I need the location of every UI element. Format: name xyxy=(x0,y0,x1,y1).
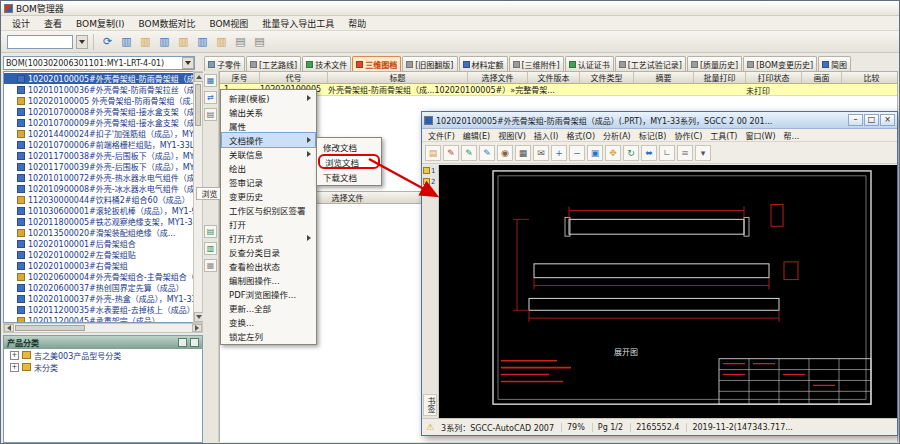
context-menu-item[interactable]: 关联信息 xyxy=(222,147,315,161)
cad-menu-item[interactable]: 编辑(E) xyxy=(459,130,494,141)
zoom-in-icon[interactable]: + xyxy=(551,145,567,161)
close-icon[interactable] xyxy=(190,338,199,347)
menu-item[interactable]: 查看 xyxy=(37,16,69,31)
column-header[interactable]: 选择文件 xyxy=(468,72,528,83)
doc-info-icon[interactable]: ▦ xyxy=(204,259,217,272)
sidebar-page-item[interactable]: 2 xyxy=(422,176,438,187)
menu-item[interactable]: 批量导入导出工具 xyxy=(255,16,341,31)
menu-item[interactable]: 设计 xyxy=(5,16,37,31)
tree-item[interactable]: 102014400024#扣子'加强筋组（成品），MY1-33... xyxy=(4,128,193,139)
markup-blue-icon[interactable]: ✎ xyxy=(479,145,495,161)
view-dropdown-icon[interactable]: ▾ xyxy=(695,145,711,161)
pan-hand-icon[interactable]: ✥ xyxy=(605,145,621,161)
menu-item[interactable]: BOM复制(I) xyxy=(69,16,132,31)
context-menu-item[interactable]: 变换... xyxy=(222,315,315,329)
column-header[interactable]: 画面 xyxy=(802,72,842,83)
zoom-window-icon[interactable]: ▣ xyxy=(587,145,603,161)
copy-all-icon[interactable]: ▥ xyxy=(194,33,211,50)
expand-icon[interactable]: + xyxy=(10,363,19,372)
tree-item[interactable]: 102010700008#外壳骨架组-接水盒支架（成... xyxy=(4,106,193,117)
measure-icon[interactable]: ∟ xyxy=(659,145,675,161)
tree-item[interactable]: 102020100005 外壳骨架组-防雨骨架组（成... xyxy=(4,95,193,106)
layers-icon[interactable]: ≡ xyxy=(677,145,693,161)
product-category-item[interactable]: + 未分类 xyxy=(4,361,202,373)
cad-menu-item[interactable]: 格式(O) xyxy=(562,130,599,141)
column-header[interactable]: 文件版本 xyxy=(528,72,580,83)
tree-item[interactable]: 102020100037#外壳-热盒（成品），MY1-33系 xyxy=(4,293,193,304)
cad-menu-item[interactable]: 文件(F) xyxy=(424,130,459,141)
tab[interactable]: [质量历史] xyxy=(687,56,742,71)
doc-check-icon[interactable]: ▥ xyxy=(204,242,217,255)
tree-item[interactable]: 102010700009#外壳骨架组-接水盒支架（成... xyxy=(4,117,193,128)
column-header[interactable]: 摘要 xyxy=(634,72,694,83)
tab[interactable]: 认证证书 xyxy=(565,56,614,71)
context-menu-item[interactable]: 工作区与织别区签署 xyxy=(222,203,315,217)
product-category-item[interactable]: + 吉之美003产品型号分类 xyxy=(4,349,202,361)
cad-titlebar[interactable]: 102020100005#外壳骨架组-防雨骨架组（成品）(.PRT)，MY1-3… xyxy=(422,112,897,129)
print-icon[interactable]: ▦ xyxy=(515,145,531,161)
pin-icon[interactable] xyxy=(178,338,187,347)
context-menu-item[interactable]: 反查分类目录 xyxy=(222,245,315,259)
tree-item[interactable]: 102010900008#外壳-冰水器水电气组件（成... xyxy=(4,183,193,194)
submenu-item[interactable]: 下载文档 xyxy=(318,169,380,184)
column-header[interactable]: 比较 xyxy=(842,72,900,83)
tree-item[interactable]: 102020600004#外壳骨架组合-主骨架组合（成型） xyxy=(4,271,193,282)
tab[interactable]: [三维附件] xyxy=(509,56,564,71)
tree-item[interactable]: 102013500020#滑架装配组绝缘（成... xyxy=(4,227,193,238)
tree-item[interactable]: 102011200045#承重架完（成品） xyxy=(4,315,193,323)
context-menu-item[interactable]: 输出关系 xyxy=(222,105,315,119)
rotate-icon[interactable]: ↻ xyxy=(623,145,639,161)
maximize-button[interactable]: □ xyxy=(864,114,879,126)
tree-item[interactable]: 102020100002#左骨架组贴 xyxy=(4,249,193,260)
menu-item[interactable]: BOM视图 xyxy=(202,16,255,31)
paste-up-icon[interactable]: ▥ xyxy=(137,33,154,50)
cad-menu-item[interactable]: 视图(V) xyxy=(494,130,530,141)
layers-icon[interactable]: ▥ xyxy=(213,33,230,50)
cad-menu-item[interactable]: 插入(I) xyxy=(530,130,563,141)
scroll-track[interactable] xyxy=(86,324,192,332)
column-header[interactable]: 代号 xyxy=(260,72,328,83)
scroll-thumb[interactable] xyxy=(195,84,201,126)
context-menu-item[interactable]: 文档操作 xyxy=(222,133,315,147)
zoom-out-icon[interactable]: − xyxy=(569,145,585,161)
submenu-item[interactable]: 浏览文档 xyxy=(318,154,380,169)
markup-red-icon[interactable]: ✎ xyxy=(443,145,459,161)
tab[interactable]: [工艺路线] xyxy=(246,56,301,71)
menu-item[interactable]: 帮助 xyxy=(341,16,373,31)
cad-menu-item[interactable]: 帮... xyxy=(780,130,804,141)
tree-item[interactable]: 112030000044#饮料桶2#组合60（成品） xyxy=(4,194,193,205)
context-menu-item[interactable]: 编制图操作... xyxy=(222,273,315,287)
quick-search-dropdown-icon[interactable] xyxy=(76,35,88,49)
browse-tab[interactable]: 浏览 xyxy=(196,187,223,200)
bom-selector-dropdown-icon[interactable] xyxy=(182,57,194,69)
close-button[interactable]: × xyxy=(880,114,895,126)
tree-item[interactable]: 102011200035#水表要组-去掉核上（成品） xyxy=(4,304,193,315)
submenu-item[interactable]: 修改文档 xyxy=(318,139,380,154)
column-header[interactable]: 文件类型 xyxy=(580,72,634,83)
tab[interactable]: [旧图翻版] xyxy=(402,56,457,71)
quick-search-field[interactable] xyxy=(7,35,73,49)
tree-item[interactable]: 102020600037#热创国界定先算（成品） xyxy=(4,282,193,293)
copy-down-icon[interactable]: ▥ xyxy=(156,33,173,50)
bookmark-tab[interactable]: 书签 xyxy=(423,394,437,416)
copy-up-icon[interactable]: ▥ xyxy=(118,33,135,50)
open-icon[interactable]: ▤ xyxy=(425,145,441,161)
context-menu-item[interactable]: 打开 xyxy=(222,217,315,231)
transfer-icon[interactable]: ⇄ xyxy=(204,91,217,104)
tab[interactable]: 技术文件 xyxy=(302,56,351,71)
tree-item[interactable]: 102011800005#铁芯观察绝缘支架，MY1-33... xyxy=(4,216,193,227)
mail-icon[interactable]: ✉ xyxy=(533,145,549,161)
stamp-icon[interactable]: ◉ xyxy=(497,145,513,161)
tab[interactable]: [工艺试验记录] xyxy=(615,56,686,71)
context-menu-item[interactable]: 打开方式 xyxy=(222,231,315,245)
grid-view-icon[interactable]: ▦ xyxy=(204,74,217,87)
scroll-thumb[interactable] xyxy=(15,325,85,331)
context-menu-item[interactable]: 更新...全部 xyxy=(222,301,315,315)
scroll-left-icon[interactable] xyxy=(4,324,14,332)
menu-item[interactable]: BOM数据对比 xyxy=(132,16,203,31)
markup-green-icon[interactable]: ✎ xyxy=(461,145,477,161)
context-menu-item[interactable]: 查看检出状态 xyxy=(222,259,315,273)
tree-item[interactable]: 102020100003#右骨架组 xyxy=(4,260,193,271)
context-menu-item[interactable]: 新建(模板) xyxy=(222,91,315,105)
context-menu-item[interactable]: 变更历史 xyxy=(222,189,315,203)
